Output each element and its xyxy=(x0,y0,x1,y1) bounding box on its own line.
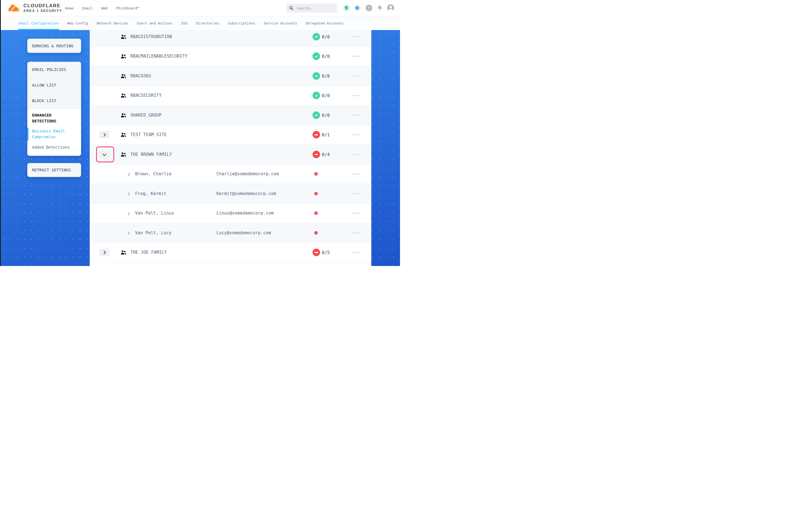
sidebar-item-business-email-compromise[interactable]: Business Email Compromise xyxy=(32,127,76,141)
group-name: SHARED_GROUP xyxy=(130,113,162,118)
row-actions-button[interactable] xyxy=(353,191,359,196)
row-actions-button[interactable] xyxy=(353,132,359,137)
sidebar-card-retract-settings[interactable]: RETRACT SETTINGS xyxy=(27,163,81,177)
chevron-right-icon[interactable] xyxy=(128,171,129,177)
sidebar-item-retract-settings[interactable]: RETRACT SETTINGS xyxy=(32,168,71,172)
expand-toggle-button[interactable] xyxy=(99,249,109,256)
group-name: THE BROWN FAMILY xyxy=(130,152,172,157)
row-actions-button[interactable] xyxy=(353,231,359,235)
nav-item-home[interactable]: Home xyxy=(65,6,74,10)
sidebar-item-block-list[interactable]: BLOCK LIST xyxy=(27,93,81,109)
notifications-bell-icon[interactable] xyxy=(376,4,383,12)
tab-network-devices[interactable]: Network Devices xyxy=(97,16,128,30)
group-icon xyxy=(121,54,126,59)
member-count: 0/0 xyxy=(322,73,330,78)
tab-delegated-accounts[interactable]: Delegated Accounts xyxy=(306,16,343,30)
member-email: Kermit@somedemocorp.com xyxy=(216,191,276,196)
expand-toggle-button[interactable] xyxy=(99,151,109,158)
chevron-down-icon xyxy=(102,152,106,156)
tab-email-configuration[interactable]: Email Configuration xyxy=(19,16,58,30)
tab-service-accounts[interactable]: Service Accounts xyxy=(263,16,297,30)
table-row-member[interactable]: Frog, Kermit Kermit@somedemocorp.com xyxy=(90,184,371,204)
sidebar-item-allow-list[interactable]: ALLOW LIST xyxy=(27,77,81,93)
table-row-member[interactable]: Van Pelt, Lucy Lucy@somedemocorp.com xyxy=(90,223,371,243)
row-actions-button[interactable] xyxy=(353,113,359,118)
status-blocked-badge xyxy=(312,131,320,138)
table-row-group[interactable]: RBACSECURITY 0/0 xyxy=(90,86,371,106)
table-row-group[interactable]: SHARED_GROUP 0/0 xyxy=(90,106,371,125)
expand-toggle-button[interactable] xyxy=(99,131,109,138)
row-actions-button[interactable] xyxy=(353,93,359,98)
row-actions-button[interactable] xyxy=(353,35,359,39)
group-name: RBACO365 xyxy=(130,74,151,78)
table-row-group[interactable]: THE BROWN FAMILY 0/4 xyxy=(90,145,371,165)
row-actions-button[interactable] xyxy=(353,74,359,78)
nav-item-web[interactable]: Web xyxy=(102,6,108,10)
member-name: Brown, Charlie xyxy=(135,171,171,176)
chevron-right-icon[interactable] xyxy=(128,230,129,235)
status-ok-badge xyxy=(312,92,320,99)
status-alert-dot xyxy=(314,231,318,234)
member-email: Lucy@somedemocorp.com xyxy=(216,230,271,235)
member-name: Frog, Kermit xyxy=(135,191,166,196)
table-row-group[interactable]: RBACO365 0/0 xyxy=(90,66,371,86)
group-icon xyxy=(121,152,126,157)
table-row-group[interactable]: RBACDISTRUBUTION 0/0 xyxy=(90,30,371,47)
row-actions-button[interactable] xyxy=(353,172,359,176)
member-count: 0/1 xyxy=(322,132,330,137)
search-box[interactable] xyxy=(286,4,337,13)
row-actions-button[interactable] xyxy=(353,54,359,59)
account-icon[interactable] xyxy=(387,4,394,12)
member-name: Van Pelt, Lucy xyxy=(135,230,171,235)
groups-panel: RBACDISTRUBUTION 0/0 RBACMAILENABLESECUR… xyxy=(90,30,371,266)
member-count: 0/4 xyxy=(322,152,330,157)
sidebar-item-added-detections[interactable]: Added Detections xyxy=(32,143,76,151)
member-count: 0/5 xyxy=(322,250,330,255)
table-row-member[interactable]: Van Pelt, Linus Linus@somedemocorp.com xyxy=(90,204,371,224)
chevron-right-icon[interactable] xyxy=(128,191,129,196)
sidebar-item-email-policies[interactable]: EMAIL POLICIES xyxy=(27,62,81,77)
nav-item-email[interactable]: Email xyxy=(82,6,93,10)
member-count: 0/0 xyxy=(322,34,330,39)
table-row-group[interactable]: TEST TEAM SITE 0/1 xyxy=(90,125,371,145)
top-navigation: Home Email Web PhishGuard™ xyxy=(65,0,139,16)
app-header: CLOUDFLARE’ AREA 1 SECURITY Home Email W… xyxy=(0,0,400,16)
member-count: 0/0 xyxy=(322,54,330,59)
status-ok-badge xyxy=(312,53,320,60)
chevron-right-icon[interactable] xyxy=(128,211,129,216)
member-count: 0/0 xyxy=(322,112,330,118)
enhanced-detections-title: ENHANCED DETECTIONS xyxy=(32,112,76,124)
status-blocked-badge xyxy=(312,151,320,158)
group-name: TEST TEAM SITE xyxy=(130,132,167,137)
row-actions-button[interactable] xyxy=(353,250,359,255)
settings-gear-icon[interactable] xyxy=(354,4,361,12)
tab-users-and-actions[interactable]: Users and Actions xyxy=(137,16,172,30)
window-edge xyxy=(0,0,1,266)
tab-subscriptions[interactable]: Subscriptions xyxy=(228,16,255,30)
nav-item-phishguard[interactable]: PhishGuard™ xyxy=(116,6,139,10)
search-input[interactable] xyxy=(296,6,334,11)
cloudflare-logo[interactable]: CLOUDFLARE’ AREA 1 SECURITY xyxy=(7,3,62,13)
tab-web-config[interactable]: Web Config xyxy=(67,16,88,30)
sidebar-item-domains-routing[interactable]: DOMAINS & ROUTING xyxy=(32,44,73,48)
status-alert-dot xyxy=(314,211,318,215)
sidebar-card-domains-routing[interactable]: DOMAINS & ROUTING xyxy=(27,39,81,53)
group-icon xyxy=(121,34,126,39)
table-row-group[interactable]: RBACMAILENABLESECURITY 0/0 xyxy=(90,47,371,66)
row-actions-button[interactable] xyxy=(353,152,359,157)
chevron-right-icon xyxy=(102,133,106,137)
search-icon xyxy=(289,6,294,10)
row-actions-button[interactable] xyxy=(353,211,359,216)
content-area: DOMAINS & ROUTING EMAIL POLICIES ALLOW L… xyxy=(0,30,400,266)
help-icon[interactable]: ? xyxy=(366,5,372,11)
tab-directories[interactable]: Directories xyxy=(196,16,219,30)
chevron-right-icon xyxy=(102,250,106,254)
status-ok-badge xyxy=(312,72,320,80)
table-row-group[interactable]: THE JOE FAMILY 0/5 xyxy=(90,243,371,263)
group-name: RBACSECURITY xyxy=(130,93,162,98)
brand-subtitle: AREA 1 SECURITY xyxy=(23,9,62,13)
security-shield-icon[interactable] xyxy=(343,4,350,12)
status-alert-dot xyxy=(314,192,318,195)
table-row-member[interactable]: Brown, Charlie Charlie@somedemocorp.com xyxy=(90,165,371,184)
tab-sso[interactable]: SSO xyxy=(181,16,187,30)
